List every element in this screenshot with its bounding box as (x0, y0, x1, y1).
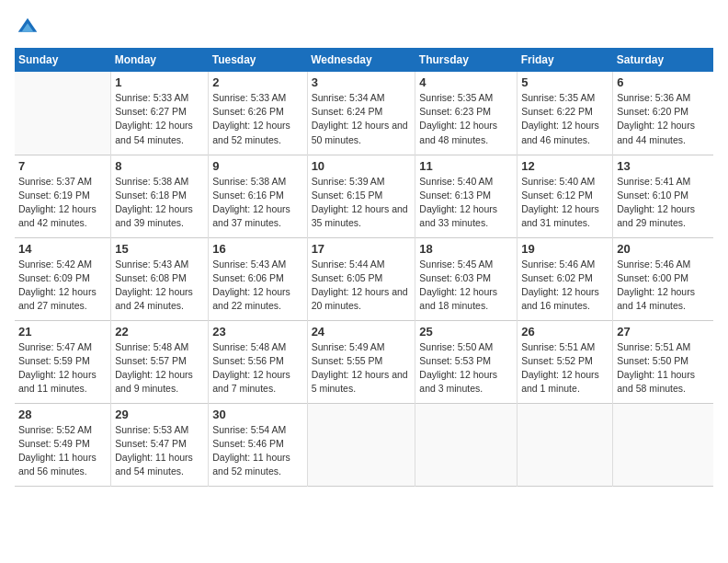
day-number: 2 (212, 75, 302, 89)
day-cell: 7Sunrise: 5:37 AMSunset: 6:19 PMDaylight… (15, 155, 111, 237)
day-info: Sunrise: 5:37 AMSunset: 6:19 PMDaylight:… (18, 176, 97, 229)
day-cell: 24Sunrise: 5:49 AMSunset: 5:55 PMDayligh… (307, 320, 415, 403)
day-info: Sunrise: 5:48 AMSunset: 5:57 PMDaylight:… (115, 341, 193, 395)
day-number: 14 (18, 242, 107, 256)
header-day-wednesday: Wednesday (307, 48, 415, 72)
day-cell (415, 403, 518, 486)
day-number: 9 (212, 159, 302, 173)
day-cell: 12Sunrise: 5:40 AMSunset: 6:12 PMDayligh… (518, 155, 613, 237)
header-day-monday: Monday (111, 48, 209, 72)
day-number: 23 (212, 325, 302, 339)
day-cell (518, 403, 613, 486)
calendar-table: SundayMondayTuesdayWednesdayThursdayFrid… (15, 48, 713, 487)
day-number: 11 (419, 159, 513, 173)
day-cell: 4Sunrise: 5:35 AMSunset: 6:23 PMDaylight… (415, 72, 518, 155)
day-number: 12 (521, 159, 609, 173)
day-info: Sunrise: 5:52 AMSunset: 5:49 PMDaylight:… (18, 424, 97, 477)
day-number: 20 (617, 242, 710, 256)
day-info: Sunrise: 5:44 AMSunset: 6:05 PMDaylight:… (312, 259, 408, 312)
calendar-body: 1Sunrise: 5:33 AMSunset: 6:27 PMDaylight… (15, 72, 713, 486)
day-number: 1 (115, 75, 204, 89)
day-cell: 14Sunrise: 5:42 AMSunset: 6:09 PMDayligh… (15, 237, 111, 320)
day-cell: 8Sunrise: 5:38 AMSunset: 6:18 PMDaylight… (111, 155, 209, 237)
day-cell: 1Sunrise: 5:33 AMSunset: 6:27 PMDaylight… (111, 72, 209, 155)
day-number: 19 (521, 242, 609, 256)
day-number: 4 (419, 75, 513, 89)
day-cell (307, 403, 415, 486)
day-info: Sunrise: 5:34 AMSunset: 6:24 PMDaylight:… (312, 92, 408, 145)
day-number: 26 (521, 325, 609, 339)
day-cell: 3Sunrise: 5:34 AMSunset: 6:24 PMDaylight… (307, 72, 415, 155)
day-cell: 10Sunrise: 5:39 AMSunset: 6:15 PMDayligh… (307, 155, 415, 237)
day-number: 29 (115, 408, 204, 421)
day-cell: 28Sunrise: 5:52 AMSunset: 5:49 PMDayligh… (15, 403, 111, 486)
day-info: Sunrise: 5:51 AMSunset: 5:50 PMDaylight:… (617, 341, 695, 395)
day-number: 5 (521, 75, 609, 89)
day-cell: 15Sunrise: 5:43 AMSunset: 6:08 PMDayligh… (111, 237, 209, 320)
day-number: 30 (212, 408, 302, 421)
day-info: Sunrise: 5:46 AMSunset: 6:00 PMDaylight:… (617, 259, 695, 312)
day-cell: 21Sunrise: 5:47 AMSunset: 5:59 PMDayligh… (15, 320, 111, 403)
day-info: Sunrise: 5:33 AMSunset: 6:27 PMDaylight:… (115, 92, 193, 145)
day-info: Sunrise: 5:36 AMSunset: 6:20 PMDaylight:… (617, 92, 695, 145)
day-number: 27 (617, 325, 710, 339)
day-cell (613, 403, 713, 486)
day-info: Sunrise: 5:43 AMSunset: 6:08 PMDaylight:… (115, 259, 193, 312)
day-cell: 30Sunrise: 5:54 AMSunset: 5:46 PMDayligh… (209, 403, 307, 486)
week-row-2: 7Sunrise: 5:37 AMSunset: 6:19 PMDaylight… (15, 155, 713, 237)
day-info: Sunrise: 5:33 AMSunset: 6:26 PMDaylight:… (212, 92, 290, 145)
day-number: 18 (419, 242, 513, 256)
day-cell: 29Sunrise: 5:53 AMSunset: 5:47 PMDayligh… (111, 403, 209, 486)
week-row-3: 14Sunrise: 5:42 AMSunset: 6:09 PMDayligh… (15, 237, 713, 320)
day-cell (15, 72, 111, 155)
day-info: Sunrise: 5:35 AMSunset: 6:23 PMDaylight:… (419, 92, 497, 145)
calendar-header: SundayMondayTuesdayWednesdayThursdayFrid… (15, 48, 713, 72)
day-info: Sunrise: 5:51 AMSunset: 5:52 PMDaylight:… (521, 341, 599, 395)
day-number: 8 (115, 159, 204, 173)
week-row-4: 21Sunrise: 5:47 AMSunset: 5:59 PMDayligh… (15, 320, 713, 403)
page-header (15, 15, 713, 40)
day-cell: 13Sunrise: 5:41 AMSunset: 6:10 PMDayligh… (613, 155, 713, 237)
day-cell: 18Sunrise: 5:45 AMSunset: 6:03 PMDayligh… (415, 237, 518, 320)
day-info: Sunrise: 5:43 AMSunset: 6:06 PMDaylight:… (212, 259, 290, 312)
day-info: Sunrise: 5:38 AMSunset: 6:18 PMDaylight:… (115, 176, 193, 229)
day-number: 24 (312, 325, 412, 339)
day-number: 22 (115, 325, 204, 339)
day-cell: 2Sunrise: 5:33 AMSunset: 6:26 PMDaylight… (209, 72, 307, 155)
day-info: Sunrise: 5:54 AMSunset: 5:46 PMDaylight:… (212, 424, 290, 477)
day-number: 16 (212, 242, 302, 256)
day-number: 3 (312, 75, 412, 89)
day-cell: 25Sunrise: 5:50 AMSunset: 5:53 PMDayligh… (415, 320, 518, 403)
header-day-friday: Friday (518, 48, 613, 72)
day-number: 17 (312, 242, 412, 256)
day-cell: 6Sunrise: 5:36 AMSunset: 6:20 PMDaylight… (613, 72, 713, 155)
day-info: Sunrise: 5:42 AMSunset: 6:09 PMDaylight:… (18, 259, 97, 312)
day-cell: 22Sunrise: 5:48 AMSunset: 5:57 PMDayligh… (111, 320, 209, 403)
day-info: Sunrise: 5:40 AMSunset: 6:13 PMDaylight:… (419, 176, 497, 229)
day-info: Sunrise: 5:50 AMSunset: 5:53 PMDaylight:… (419, 341, 497, 395)
day-cell: 5Sunrise: 5:35 AMSunset: 6:22 PMDaylight… (518, 72, 613, 155)
day-info: Sunrise: 5:35 AMSunset: 6:22 PMDaylight:… (521, 92, 599, 145)
day-info: Sunrise: 5:38 AMSunset: 6:16 PMDaylight:… (212, 176, 290, 229)
day-info: Sunrise: 5:45 AMSunset: 6:03 PMDaylight:… (419, 259, 497, 312)
day-number: 21 (18, 325, 107, 339)
day-number: 13 (617, 159, 710, 173)
header-row: SundayMondayTuesdayWednesdayThursdayFrid… (15, 48, 713, 72)
day-number: 6 (617, 75, 710, 89)
day-info: Sunrise: 5:39 AMSunset: 6:15 PMDaylight:… (312, 176, 408, 229)
day-cell: 17Sunrise: 5:44 AMSunset: 6:05 PMDayligh… (307, 237, 415, 320)
day-cell: 19Sunrise: 5:46 AMSunset: 6:02 PMDayligh… (518, 237, 613, 320)
week-row-1: 1Sunrise: 5:33 AMSunset: 6:27 PMDaylight… (15, 72, 713, 155)
day-cell: 26Sunrise: 5:51 AMSunset: 5:52 PMDayligh… (518, 320, 613, 403)
day-cell: 23Sunrise: 5:48 AMSunset: 5:56 PMDayligh… (209, 320, 307, 403)
day-info: Sunrise: 5:48 AMSunset: 5:56 PMDaylight:… (212, 341, 290, 395)
day-number: 10 (312, 159, 412, 173)
header-day-sunday: Sunday (15, 48, 111, 72)
day-number: 15 (115, 242, 204, 256)
logo (15, 15, 44, 40)
day-number: 28 (18, 408, 107, 421)
day-info: Sunrise: 5:49 AMSunset: 5:55 PMDaylight:… (312, 341, 408, 395)
day-info: Sunrise: 5:46 AMSunset: 6:02 PMDaylight:… (521, 259, 599, 312)
day-cell: 16Sunrise: 5:43 AMSunset: 6:06 PMDayligh… (209, 237, 307, 320)
day-info: Sunrise: 5:47 AMSunset: 5:59 PMDaylight:… (18, 341, 97, 395)
